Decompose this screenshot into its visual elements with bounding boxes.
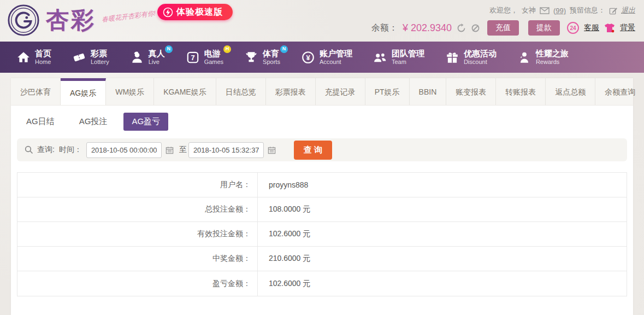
brand-emblem-icon bbox=[7, 3, 40, 37]
date-from-input[interactable] bbox=[86, 142, 162, 158]
customer-service-link[interactable]: 客服 bbox=[584, 23, 599, 33]
live-dealer-icon bbox=[130, 50, 144, 65]
mail-count-link[interactable]: (99) bbox=[553, 7, 566, 15]
calendar-to-icon[interactable] bbox=[268, 146, 276, 154]
nav-label-en: Home bbox=[35, 59, 51, 65]
username: 女神 bbox=[522, 5, 536, 15]
nav-item-sports[interactable]: 体育 Sports N bbox=[244, 49, 280, 65]
table-row: 总投注金额： 108.0000 元 bbox=[17, 197, 627, 222]
trophy-icon bbox=[244, 50, 258, 65]
to-separator: 至 bbox=[179, 145, 187, 155]
tab-pt-entertainment[interactable]: PT娱乐 bbox=[365, 78, 410, 105]
new-badge: N bbox=[165, 45, 173, 53]
tab-transfer-report[interactable]: 转账报表 bbox=[496, 78, 546, 105]
home-icon bbox=[16, 50, 31, 65]
nav-item-live[interactable]: 真人 Live N bbox=[130, 49, 165, 65]
logout-link[interactable]: 退出 bbox=[621, 5, 635, 15]
speed-badge-label: 体验极速版 bbox=[176, 7, 223, 18]
new-badge: N bbox=[280, 45, 288, 53]
row-value: 102.6000 元 bbox=[258, 222, 310, 246]
tab-lottery-report[interactable]: 彩票报表 bbox=[266, 78, 316, 105]
nav-label-zh: 彩票 bbox=[91, 49, 109, 59]
welcome-greeting: 欢迎您， bbox=[489, 5, 518, 15]
nav-item-games[interactable]: 7 电游 Games H bbox=[186, 49, 223, 65]
row-label: 中奖金额： bbox=[17, 247, 258, 271]
nav-label-zh: 体育 bbox=[263, 49, 280, 59]
table-row: 用户名： proyyns888 bbox=[17, 173, 627, 197]
balance-label: 余额： bbox=[371, 22, 398, 34]
time-label: 时间： bbox=[59, 145, 82, 155]
nav-label-en: Games bbox=[204, 59, 223, 65]
nav-item-lottery[interactable]: 彩票 Lottery bbox=[72, 49, 109, 65]
team-icon bbox=[373, 50, 387, 65]
subtab-ag-daily[interactable]: AG日结 bbox=[18, 113, 63, 131]
table-row: 有效投注金额： 102.6000 元 bbox=[17, 222, 627, 247]
nav-item-account[interactable]: ¥ 账户管理 Account bbox=[301, 49, 352, 65]
tab-rebate-total[interactable]: 返点总额 bbox=[546, 78, 595, 105]
recharge-button[interactable]: 充值 bbox=[487, 20, 519, 36]
nav-label-en: Rewards bbox=[536, 59, 569, 65]
background-link[interactable]: 背景 bbox=[620, 23, 635, 33]
nav-label-en: Sports bbox=[263, 59, 280, 65]
nav-label-zh: 账户管理 bbox=[320, 49, 352, 59]
tab-deposit-withdraw-records[interactable]: 充提记录 bbox=[316, 78, 365, 105]
logo[interactable]: 杏彩 春暖花开杏彩有你! bbox=[7, 3, 156, 37]
nav-item-home[interactable]: 首页 Home bbox=[16, 49, 51, 65]
ticket-icon bbox=[72, 50, 86, 65]
nav-label-en: Account bbox=[320, 59, 352, 65]
subtab-ag-bets[interactable]: AG投注 bbox=[71, 113, 116, 131]
nav-label-zh: 首页 bbox=[35, 49, 51, 59]
row-value: proyyns888 bbox=[258, 173, 308, 197]
lightning-icon bbox=[163, 7, 173, 18]
page-header: 杏彩 春暖花开杏彩有你! 体验极速版 欢迎您， 女神 (99) 预留信息： 退出 bbox=[0, 0, 644, 42]
speed-version-badge[interactable]: 体验极速版 bbox=[157, 4, 233, 20]
tab-account-change-report[interactable]: 账变报表 bbox=[446, 78, 496, 105]
tab-ag-entertainment[interactable]: AG娱乐 bbox=[61, 78, 106, 105]
query-submit-button[interactable]: 查 询 bbox=[294, 141, 332, 160]
brand-name: 杏彩 bbox=[46, 5, 96, 36]
nav-item-rewards[interactable]: 性耀之旅 Rewards bbox=[517, 49, 569, 65]
calendar-from-icon[interactable] bbox=[166, 146, 174, 154]
edit-icon[interactable] bbox=[609, 7, 617, 15]
row-value: 108.0000 元 bbox=[258, 197, 310, 221]
tab-shaba-sports[interactable]: 沙巴体育 bbox=[11, 78, 61, 105]
balance-bar: 余额： ¥ 202.9340 充值 提款 24 客服 bbox=[371, 20, 635, 36]
nav-label-zh: 团队管理 bbox=[392, 49, 424, 59]
main-nav: 首页 Home 彩票 Lottery 真人 Live N 7 电游 Games … bbox=[0, 42, 644, 73]
hide-balance-icon[interactable] bbox=[471, 24, 480, 33]
ag-subtabs: AG日结 AG投注 AG盈亏 bbox=[11, 106, 633, 131]
nav-item-team[interactable]: 团队管理 Team bbox=[373, 49, 424, 65]
date-to-input[interactable] bbox=[188, 142, 264, 158]
row-value: 210.6000 元 bbox=[258, 247, 310, 271]
yuan-coin-icon: ¥ bbox=[301, 50, 315, 65]
svg-text:7: 7 bbox=[191, 53, 194, 61]
row-value: 102.6000 元 bbox=[258, 271, 310, 296]
refresh-balance-icon[interactable] bbox=[457, 24, 466, 33]
row-label: 用户名： bbox=[17, 173, 258, 197]
gift-icon bbox=[445, 50, 459, 65]
tab-balance-inquiry[interactable]: 余额查询 bbox=[595, 78, 644, 105]
content-panel: 沙巴体育 AG娱乐 WM娱乐 KGAME娱乐 日结总览 彩票报表 充提记录 PT… bbox=[11, 78, 633, 315]
table-row: 盈亏金额： 102.6000 元 bbox=[17, 271, 627, 296]
nav-label-zh: 优惠活动 bbox=[464, 49, 497, 59]
subtab-ag-profit-loss[interactable]: AG盈亏 bbox=[123, 113, 168, 131]
tab-wm-entertainment[interactable]: WM娱乐 bbox=[106, 78, 154, 105]
hot-badge: H bbox=[223, 45, 231, 53]
tab-bbin[interactable]: BBIN bbox=[410, 78, 447, 105]
tab-daily-summary[interactable]: 日结总览 bbox=[216, 78, 266, 105]
row-label: 盈亏金额： bbox=[17, 271, 258, 296]
tab-kgame[interactable]: KGAME娱乐 bbox=[154, 78, 216, 105]
query-label: 查询: bbox=[37, 145, 55, 155]
profit-loss-report-table: 用户名： proyyns888 总投注金额： 108.0000 元 有效投注金额… bbox=[17, 172, 627, 296]
mail-icon[interactable] bbox=[540, 7, 550, 14]
query-bar: 查询: 时间： 至 查 询 bbox=[17, 138, 627, 161]
nav-label-zh: 真人 bbox=[149, 49, 165, 59]
tshirt-background-icon bbox=[604, 23, 615, 33]
brand-slogan: 春暖花开杏彩有你! bbox=[101, 9, 156, 25]
withdraw-button[interactable]: 提款 bbox=[528, 20, 560, 36]
nav-label-en: Lottery bbox=[91, 59, 109, 65]
nav-item-discount[interactable]: 优惠活动 Discount bbox=[445, 49, 497, 65]
nav-label-zh: 电游 bbox=[204, 49, 223, 59]
table-row: 中奖金额： 210.6000 元 bbox=[17, 247, 627, 271]
rewards-person-icon bbox=[517, 50, 531, 65]
